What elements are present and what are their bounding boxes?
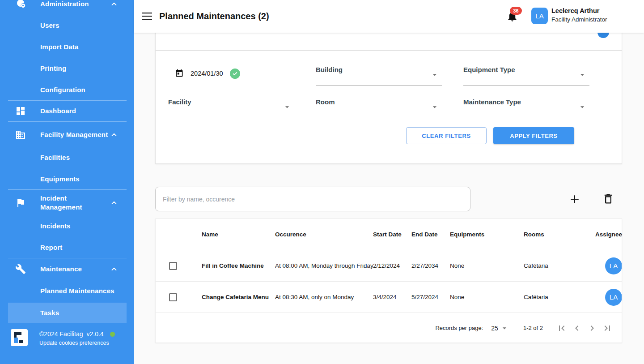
sidebar-item-facility-management[interactable]: Facility Management (0, 122, 127, 148)
first-page-icon[interactable] (556, 323, 567, 334)
sidebar-item-label: Incidents (40, 222, 120, 231)
trash-icon[interactable] (602, 193, 614, 205)
page-title: Planned Maintenances (2) (159, 0, 269, 33)
sidebar-item-label: Dashboard (40, 107, 108, 116)
date-filter-field[interactable]: 2024/01/30 (168, 61, 294, 86)
user-avatar[interactable]: LA (531, 8, 548, 24)
table-body: Fill in Coffee MachineAt 08:00 AM, Monda… (156, 250, 622, 313)
sidebar-footer: ©2024 Facilitag v2.0.4 Update cookies pr… (0, 328, 134, 364)
cell-assignees: LA (595, 289, 622, 306)
table-row[interactable]: Fill in Coffee MachineAt 08:00 AM, Monda… (156, 250, 622, 282)
cell-equipments: None (450, 294, 524, 300)
topbar: Planned Maintenances (2) 36 LA Leclercq … (134, 0, 644, 33)
chevron-up-icon (110, 131, 118, 139)
menu-icon[interactable] (142, 12, 152, 20)
facility-label: Facility (168, 98, 191, 106)
col-start-date: Start Date (373, 231, 411, 238)
valid-check-icon (230, 69, 240, 79)
sidebar-item-incident-management[interactable]: Incident Management (0, 190, 127, 216)
dropdown-caret-icon (578, 103, 587, 111)
version-line: ©2024 Facilitag v2.0.4 (39, 330, 115, 338)
sidebar-item-administration[interactable]: Administration (0, 0, 127, 15)
wrench-icon (15, 264, 26, 274)
add-icon[interactable] (568, 193, 581, 206)
cell-name: Fill in Coffee Machine (202, 262, 275, 269)
facility-select[interactable]: Facility (168, 93, 294, 118)
dropdown-caret-icon (430, 70, 439, 79)
dashboard-icon (15, 106, 26, 116)
sidebar-item-report[interactable]: Report (0, 237, 127, 258)
maintenance-type-label: Maintenance Type (463, 98, 521, 106)
cell-rooms: Cafétaria (524, 262, 595, 269)
next-page-icon[interactable] (587, 323, 597, 334)
user-info: Leclercq Arthur Facility Administrator (551, 7, 607, 23)
sidebar-item-planned-maintenances[interactable]: Planned Maintenances (0, 279, 127, 303)
sidebar-item-incidents[interactable]: Incidents (0, 215, 127, 237)
sidebar-item-label: Facility Management (40, 130, 108, 139)
sidebar-item-label: Report (40, 243, 120, 252)
cell-assignees: LA (595, 257, 622, 274)
version-text: v2.0.4 (86, 330, 103, 338)
cell-end-date: 5/27/2024 (411, 294, 450, 300)
sidebar-item-import-data[interactable]: Import Data (0, 36, 127, 58)
clear-filters-button[interactable]: CLEAR FILTERS (406, 127, 487, 144)
records-per-page-label: Records per page: (435, 325, 483, 331)
sidebar: AdministrationUsersImport DataPrintingCo… (0, 0, 134, 364)
building-icon (15, 129, 26, 140)
sidebar-item-label: Maintenance (40, 265, 108, 274)
sidebar-item-equipments[interactable]: Equipments (0, 168, 127, 190)
assignee-avatar: LA (605, 289, 622, 306)
assignee-avatar: LA (605, 257, 622, 274)
table-row[interactable]: Change Cafetaria MenuAt 08:30 AM, only o… (156, 282, 622, 313)
page-size-caret-icon (500, 324, 509, 333)
search-input[interactable] (155, 187, 470, 211)
building-label: Building (316, 66, 343, 73)
chevron-up-icon (110, 0, 118, 8)
user-name: Leclercq Arthur (551, 7, 607, 14)
notification-badge: 36 (510, 7, 522, 15)
row-checkbox[interactable] (169, 293, 177, 301)
last-page-icon[interactable] (602, 323, 613, 334)
maintenance-type-select[interactable]: Maintenance Type (463, 93, 589, 118)
calendar-icon (175, 69, 184, 78)
cell-start-date: 3/4/2024 (373, 294, 411, 300)
sidebar-item-maintenance[interactable]: Maintenance (0, 258, 127, 280)
equipment-type-select[interactable]: Equipment Type (463, 61, 589, 86)
cookies-link[interactable]: Update cookies preferences (39, 340, 109, 346)
sidebar-item-users[interactable]: Users (0, 15, 127, 36)
sidebar-item-label: Configuration (40, 86, 120, 94)
chevron-up-icon (110, 199, 118, 207)
card-divider (156, 50, 622, 51)
date-value[interactable]: 2024/01/30 (191, 70, 225, 77)
cell-checkbox (156, 293, 202, 301)
building-select[interactable]: Building (316, 61, 442, 86)
sidebar-item-facilities[interactable]: Facilities (0, 147, 127, 168)
apply-filters-button[interactable]: APPLY FILTERS (493, 127, 574, 144)
sidebar-item-dashboard[interactable]: Dashboard (0, 100, 127, 122)
collapse-fab-button[interactable] (597, 33, 609, 38)
sidebar-item-label: Printing (40, 64, 120, 73)
sidebar-item-label: Users (40, 21, 120, 30)
page-size-select[interactable]: 25 (491, 324, 509, 333)
equipment-type-label: Equipment Type (463, 66, 515, 73)
previous-page-icon[interactable] (572, 323, 582, 334)
cell-checkbox (156, 262, 202, 270)
sidebar-item-tasks[interactable]: Tasks (8, 303, 127, 323)
sidebar-item-label: Tasks (40, 308, 120, 317)
page-range-text: 1-2 of 2 (523, 325, 543, 331)
sidebar-item-label: Facilities (40, 153, 120, 162)
user-role: Facility Administrator (551, 16, 607, 23)
col-rooms: Rooms (524, 231, 595, 238)
row-checkbox[interactable] (169, 262, 177, 270)
sidebar-item-configuration[interactable]: Configuration (0, 79, 127, 101)
copyright-text: ©2024 Facilitag (39, 330, 83, 338)
sidebar-item-printing[interactable]: Printing (0, 58, 127, 79)
pagination-bar: Records per page: 25 1-2 of 2 (156, 313, 622, 343)
status-dot (110, 332, 115, 337)
chevron-up-icon (110, 265, 118, 273)
room-select[interactable]: Room (316, 93, 442, 118)
sidebar-item-label: Equipments (40, 175, 120, 184)
maintenance-table: Name Occurence Start Date End Date Equip… (155, 218, 622, 343)
dropdown-caret-icon (430, 103, 439, 111)
table-header: Name Occurence Start Date End Date Equip… (156, 219, 622, 250)
